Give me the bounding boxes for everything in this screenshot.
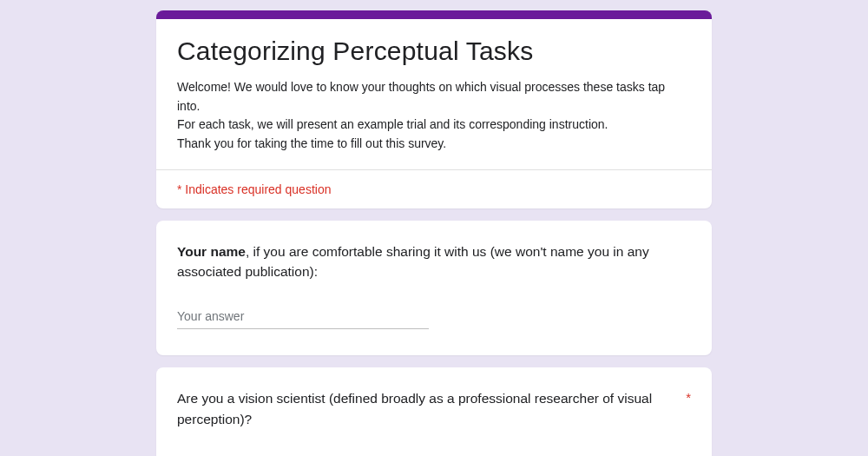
form-description: Welcome! We would love to know your thou… — [177, 78, 691, 154]
question-name-title: Your name, if you are comfortable sharin… — [177, 241, 691, 282]
question-scientist-text: Are you a vision scientist (defined broa… — [177, 388, 668, 429]
required-notice: * Indicates required question — [156, 169, 712, 208]
form-header-card: Categorizing Perceptual Tasks Welcome! W… — [156, 10, 712, 208]
question-name-card: Your name, if you are comfortable sharin… — [156, 221, 712, 356]
question-name-rest: , if you are comfortable sharing it with… — [177, 244, 649, 279]
description-line-2: For each task, we will present an exampl… — [177, 117, 608, 131]
form-container: Categorizing Perceptual Tasks Welcome! W… — [156, 0, 712, 456]
description-line-1: Welcome! We would love to know your thou… — [177, 80, 665, 113]
question-name-bold: Your name — [177, 244, 246, 259]
header-content: Categorizing Perceptual Tasks Welcome! W… — [156, 19, 712, 169]
name-input[interactable] — [177, 306, 429, 329]
question-scientist-title-row: Are you a vision scientist (defined broa… — [177, 388, 691, 429]
description-line-3: Thank you for taking the time to fill ou… — [177, 136, 446, 150]
required-asterisk: * — [686, 388, 691, 408]
form-title: Categorizing Perceptual Tasks — [177, 36, 691, 66]
question-scientist-card: Are you a vision scientist (defined broa… — [156, 367, 712, 456]
